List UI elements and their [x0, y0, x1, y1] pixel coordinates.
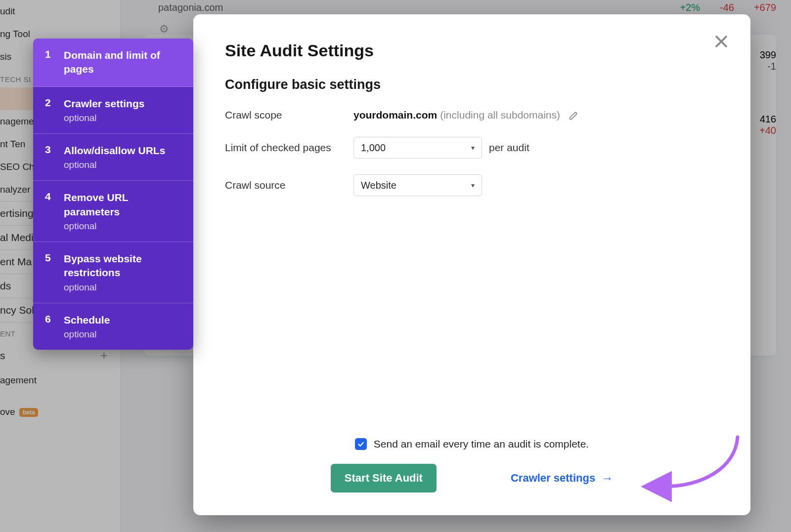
site-audit-settings-modal: Site Audit Settings Configure basic sett… — [193, 14, 750, 515]
crawl-source-select[interactable]: Website ▾ — [353, 174, 482, 196]
modal-actions: Start Site Audit Crawler settings → — [225, 464, 719, 492]
step-allow-disallow-urls[interactable]: 3 Allow/disallow URLsoptional — [33, 134, 193, 181]
bg-metrics-3: 416 +40 — [759, 114, 776, 136]
beta-badge: beta — [19, 408, 39, 417]
crawl-scope-label: Crawl scope — [225, 109, 353, 121]
crawl-scope-value: yourdomain.com(including all subdomains) — [353, 109, 579, 121]
field-limit-pages: Limit of checked pages 1,000 ▾ per audit — [225, 137, 719, 159]
email-notify-label: Send an email every time an audit is com… — [374, 438, 589, 450]
close-button[interactable] — [713, 33, 730, 50]
crawler-settings-link[interactable]: Crawler settings → — [511, 471, 613, 485]
limit-pages-select[interactable]: 1,000 ▾ — [353, 137, 482, 159]
bg-metrics-top: +2% -46 +679 — [680, 2, 776, 13]
close-icon — [713, 33, 730, 50]
email-notify-checkbox[interactable] — [355, 438, 367, 450]
gear-icon: ⚙ — [159, 23, 169, 36]
crawl-source-label: Crawl source — [225, 179, 353, 191]
edit-crawl-scope-button[interactable] — [568, 110, 579, 121]
step-crawler-settings[interactable]: 2 Crawler settingsoptional — [33, 87, 193, 134]
bg-metrics-2: 399 -1 — [760, 49, 776, 72]
modal-title: Site Audit Settings — [225, 41, 719, 60]
step-schedule[interactable]: 6 Scheduleoptional — [33, 303, 193, 350]
modal-footer: Send an email every time an audit is com… — [225, 438, 719, 492]
nav-item: ovebeta — [0, 401, 121, 423]
start-site-audit-button[interactable]: Start Site Audit — [331, 464, 437, 492]
chevron-down-icon: ▾ — [471, 144, 475, 152]
field-crawl-source: Crawl source Website ▾ — [225, 174, 719, 196]
settings-stepper: 1 Domain and limit of pages 2 Crawler se… — [33, 39, 193, 350]
step-domain-limit[interactable]: 1 Domain and limit of pages — [33, 39, 193, 87]
limit-pages-label: Limit of checked pages — [225, 142, 353, 154]
check-icon — [357, 440, 365, 448]
per-audit-label: per audit — [489, 142, 529, 154]
pencil-icon — [568, 110, 579, 121]
plus-icon: + — [100, 348, 108, 363]
email-notify-row: Send an email every time an audit is com… — [225, 438, 719, 450]
step-bypass-restrictions[interactable]: 5 Bypass website restrictionsoptional — [33, 242, 193, 303]
arrow-right-icon: → — [601, 471, 613, 485]
modal-subtitle: Configure basic settings — [225, 77, 719, 92]
nav-item: agement — [0, 369, 121, 392]
chevron-down-icon: ▾ — [471, 181, 475, 189]
nav-item: udit — [0, 0, 121, 23]
bg-domain-row: patagonia.com — [158, 2, 223, 13]
field-crawl-scope: Crawl scope yourdomain.com(including all… — [225, 109, 719, 121]
step-remove-url-parameters[interactable]: 4 Remove URL parametersoptional — [33, 181, 193, 242]
